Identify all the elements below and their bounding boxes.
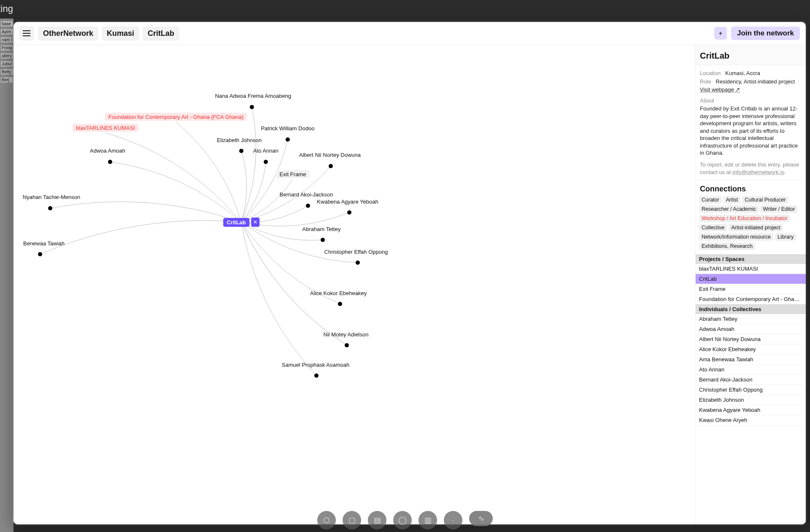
detail-meta: Location Kumasi, Accra Role Residency, A…: [696, 65, 806, 180]
list-item[interactable]: Christopher Effah Oppong: [696, 385, 806, 395]
list-item[interactable]: Foundation for Contemporary Art - Ghana …: [696, 294, 806, 304]
list-item[interactable]: Ato Annan: [696, 365, 806, 375]
join-network-button[interactable]: Join the network: [731, 27, 800, 40]
graph-node[interactable]: [347, 210, 351, 215]
scrollbar-icon: [807, 24, 809, 523]
graph-node[interactable]: [264, 160, 268, 164]
background-title-fragment: senting: [0, 3, 13, 14]
connection-filters: CuratorArtistCultural ProducerResearcher…: [696, 196, 806, 254]
visit-webpage-link[interactable]: Visit webpage ↗: [700, 86, 802, 94]
graph-node[interactable]: [306, 204, 310, 208]
graph-center-node[interactable]: CritLab✕: [223, 218, 259, 227]
background-peek-label: Jubul: [1, 61, 13, 67]
list-item[interactable]: Elizabeth Johnson: [696, 395, 806, 405]
background-left-peek: baseAyimnam IFrimpalleryJubulBettyBerj: [0, 19, 14, 532]
list-section-header: Individuals / Collectives: [696, 304, 806, 314]
graph-node[interactable]: [329, 164, 333, 168]
dock-video-icon[interactable]: ▢: [343, 511, 361, 529]
list-item[interactable]: Albert Nii Nortey Dowuna: [696, 334, 806, 344]
dock-pointer-icon[interactable]: ⬡: [317, 511, 336, 529]
graph-node[interactable]: [250, 105, 254, 109]
add-button[interactable]: +: [714, 27, 727, 40]
filter-tag[interactable]: Cultural Producer: [742, 196, 788, 204]
contact-email[interactable]: info@othernetwork.io: [732, 169, 784, 175]
modal-header: OtherNetworkKumasiCritLab + Join the net…: [14, 22, 806, 45]
graph-node[interactable]: [239, 149, 243, 153]
graph-node[interactable]: [38, 252, 42, 256]
dock-layout-icon[interactable]: ▥: [418, 511, 437, 529]
graph-project-pill[interactable]: blaxTARLINES KUMASI: [73, 124, 138, 132]
filter-tag[interactable]: Exhibitions, Research: [699, 242, 755, 250]
about-label: About: [700, 97, 802, 105]
filter-tag[interactable]: Workshop / Art Education / Incubator: [699, 215, 790, 222]
connections-list[interactable]: Projects / SpacesblaxTARLINES KUMASICrit…: [696, 254, 806, 524]
graph-node[interactable]: [48, 206, 52, 210]
page-backdrop: senting baseAyimnam IFrimpalleryJubulBet…: [0, 0, 810, 532]
report-text: To report, edit or delete this entry, pl…: [700, 161, 802, 176]
list-item[interactable]: Adwoa Amoah: [696, 324, 806, 334]
list-item[interactable]: Abraham Tettey: [696, 314, 806, 324]
connections-heading: Connections: [696, 180, 806, 196]
filter-tag[interactable]: Collective: [699, 224, 727, 231]
detail-title: CritLab: [696, 45, 806, 65]
filter-tag[interactable]: Network/Information resource: [699, 233, 773, 241]
graph-node[interactable]: [286, 137, 290, 142]
location-label: Location: [700, 70, 721, 76]
dock-wide-button[interactable]: ∿: [469, 511, 493, 526]
background-title-strip: senting: [0, 0, 810, 19]
dock-image-icon[interactable]: ▤: [368, 511, 386, 529]
graph-node[interactable]: [108, 160, 112, 164]
list-item[interactable]: CritLab: [696, 274, 806, 284]
breadcrumb-item[interactable]: Kumasi: [102, 27, 139, 40]
menu-icon[interactable]: [19, 26, 34, 40]
list-item[interactable]: Ama Benewaa Tawiah: [696, 355, 806, 365]
location-value: Kumasi, Accra: [725, 70, 760, 76]
filter-tag[interactable]: Writer / Editor: [760, 205, 797, 213]
list-item[interactable]: Kwabena Agyare Yeboah: [696, 405, 806, 415]
list-item[interactable]: Kwasi Ohene Aryeh: [696, 415, 806, 425]
graph-node[interactable]: [338, 302, 342, 306]
details-panel: CritLab Location Kumasi, Accra Role Resi…: [695, 45, 806, 524]
filter-tag[interactable]: Artist-initiated project: [729, 224, 783, 231]
filter-tag[interactable]: Researcher / Academic: [699, 205, 759, 213]
role-label: Role: [700, 78, 711, 85]
modal-window: OtherNetworkKumasiCritLab + Join the net…: [14, 22, 806, 524]
background-peek-label: nam I: [1, 37, 13, 43]
breadcrumb-item[interactable]: CritLab: [143, 27, 179, 40]
graph-node[interactable]: [321, 238, 325, 242]
list-item[interactable]: Exit Frame: [696, 284, 806, 294]
graph-node[interactable]: [314, 373, 319, 378]
filter-tag[interactable]: Artist: [724, 196, 740, 204]
background-peek-label: Ayim: [1, 29, 13, 35]
list-item[interactable]: Alice Kokor Ebeheakey: [696, 344, 806, 355]
breadcrumb-root[interactable]: OtherNetwork: [38, 27, 98, 40]
filter-tag[interactable]: Library: [775, 233, 796, 241]
graph-node[interactable]: [345, 343, 349, 347]
background-peek-label: base: [1, 21, 13, 27]
dock-more-icon[interactable]: ·: [444, 511, 462, 529]
dock-shape-icon[interactable]: ◯: [393, 511, 412, 529]
graph-canvas[interactable]: CritLab✕Nana Adwoa Frema AmoabengPatrick…: [14, 45, 695, 524]
role-value: Residency, Artist-initiated project: [716, 78, 795, 85]
list-section-header: Projects / Spaces: [696, 254, 806, 264]
modal-body: CritLab✕Nana Adwoa Frema AmoabengPatrick…: [14, 45, 806, 524]
bottom-dock: ⬡ ▢ ▤ ◯ ▥ · ∿: [317, 511, 493, 529]
background-peek-label: allery: [1, 53, 13, 59]
background-peek-label: Betty: [1, 69, 13, 75]
about-text: Founded by Exit Critlab is an annual 12-…: [700, 105, 802, 157]
graph-project-pill[interactable]: Foundation for Contemporary Art - Ghana …: [105, 113, 247, 121]
list-item[interactable]: Bernard Akoi-Jackson: [696, 375, 806, 385]
list-item[interactable]: blaxTARLINES KUMASI: [696, 264, 806, 274]
graph-node[interactable]: [356, 261, 360, 265]
background-peek-label: Berj: [1, 77, 13, 83]
filter-tag[interactable]: Curator: [699, 196, 722, 204]
background-peek-label: Frimp: [1, 45, 13, 51]
graph-project-badge[interactable]: Exit Frame: [276, 170, 310, 178]
close-icon[interactable]: ✕: [251, 218, 259, 227]
graph-center-label: CritLab: [223, 218, 249, 227]
